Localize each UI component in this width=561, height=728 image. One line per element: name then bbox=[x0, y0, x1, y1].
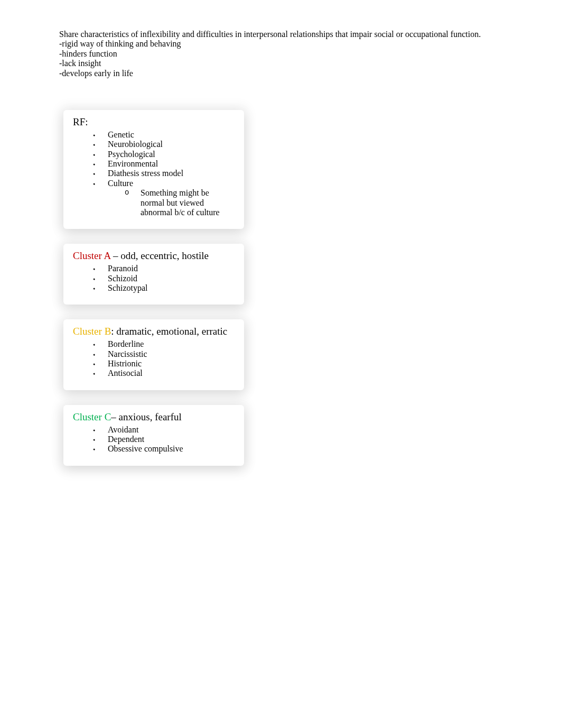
sublist-item-label: Something might be normal but viewed abn… bbox=[141, 188, 230, 217]
list-item-label: Paranoid bbox=[108, 264, 138, 273]
rf-culture-sublist: Something might be normal but viewed abn… bbox=[108, 188, 235, 217]
cluster-b-title-label: Cluster B bbox=[73, 326, 111, 337]
list-item: Antisocial bbox=[92, 368, 235, 378]
cluster-b-list: Borderline Narcissistic Histrionic Antis… bbox=[73, 339, 235, 379]
cluster-a-list: Paranoid Schizoid Schizotypal bbox=[73, 264, 235, 293]
list-item-label: Schizoid bbox=[108, 274, 137, 283]
cluster-c-title-desc: – anxious, fearful bbox=[111, 411, 181, 422]
list-item: Dependent bbox=[92, 435, 235, 444]
list-item-label: Histrionic bbox=[108, 359, 142, 368]
intro-line: -rigid way of thinking and behaving bbox=[59, 39, 502, 49]
list-item-label: Antisocial bbox=[108, 368, 143, 377]
list-item-label: Narcissistic bbox=[108, 349, 147, 358]
list-item-label: Psychological bbox=[108, 150, 155, 159]
list-item: Borderline bbox=[92, 339, 235, 349]
list-item: Narcissistic bbox=[92, 349, 235, 359]
list-item: Psychological bbox=[92, 150, 235, 159]
list-item-label: Schizotypal bbox=[108, 283, 148, 292]
list-item: Neurobiological bbox=[92, 140, 235, 149]
list-item: Environmental bbox=[92, 159, 235, 169]
list-item-label: Obsessive compulsive bbox=[108, 444, 183, 453]
list-item: Diathesis stress model bbox=[92, 169, 235, 178]
sublist-item: Something might be normal but viewed abn… bbox=[125, 188, 235, 217]
cluster-a-card: Cluster A – odd, eccentric, hostile Para… bbox=[63, 244, 244, 305]
list-item-label: Avoidant bbox=[108, 425, 138, 434]
list-item-label: Dependent bbox=[108, 435, 144, 444]
cluster-b-card: Cluster B: dramatic, emotional, erratic … bbox=[63, 319, 244, 390]
cluster-c-card: Cluster C– anxious, fearful Avoidant Dep… bbox=[63, 405, 244, 466]
list-item: Culture Something might be normal but vi… bbox=[92, 179, 235, 218]
cluster-a-title-label: Cluster A bbox=[73, 250, 110, 261]
list-item: Schizoid bbox=[92, 274, 235, 283]
list-item-label: Culture bbox=[108, 179, 133, 188]
list-item: Avoidant bbox=[92, 425, 235, 435]
cluster-c-list: Avoidant Dependent Obsessive compulsive bbox=[73, 425, 235, 454]
cluster-a-title: Cluster A – odd, eccentric, hostile bbox=[73, 250, 235, 262]
cluster-c-title-label: Cluster C bbox=[73, 411, 111, 422]
rf-title-label: RF: bbox=[73, 116, 88, 127]
rf-list: Genetic Neurobiological Psychological En… bbox=[73, 130, 235, 218]
list-item-label: Genetic bbox=[108, 130, 134, 139]
list-item-label: Borderline bbox=[108, 339, 144, 348]
rf-card: RF: Genetic Neurobiological Psychologica… bbox=[63, 110, 244, 229]
intro-line: -hinders function bbox=[59, 49, 502, 59]
list-item: Paranoid bbox=[92, 264, 235, 273]
intro-line: -develops early in life bbox=[59, 69, 502, 78]
intro-line: Share characteristics of inflexibility a… bbox=[59, 30, 502, 39]
intro-line: -lack insight bbox=[59, 59, 502, 68]
list-item: Obsessive compulsive bbox=[92, 444, 235, 454]
list-item: Schizotypal bbox=[92, 283, 235, 293]
list-item: Genetic bbox=[92, 130, 235, 140]
intro-block: Share characteristics of inflexibility a… bbox=[59, 30, 502, 78]
list-item-label: Environmental bbox=[108, 159, 158, 168]
list-item-label: Diathesis stress model bbox=[108, 169, 183, 178]
cluster-a-title-desc: – odd, eccentric, hostile bbox=[110, 250, 209, 261]
list-item: Histrionic bbox=[92, 359, 235, 368]
list-item-label: Neurobiological bbox=[108, 140, 163, 149]
cluster-b-title: Cluster B: dramatic, emotional, erratic bbox=[73, 326, 235, 337]
cluster-b-title-desc: : dramatic, emotional, erratic bbox=[111, 326, 227, 337]
rf-title: RF: bbox=[73, 116, 235, 128]
cluster-c-title: Cluster C– anxious, fearful bbox=[73, 411, 235, 423]
